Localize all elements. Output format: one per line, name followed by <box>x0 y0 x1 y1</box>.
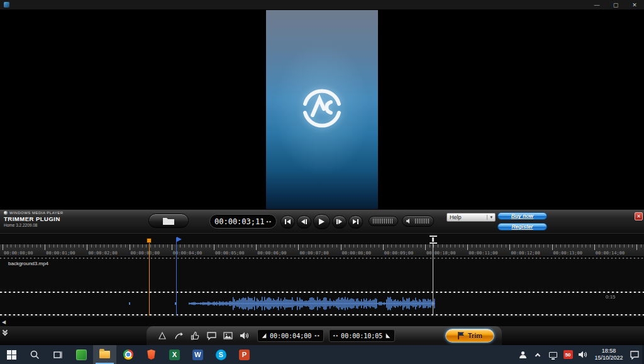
ruler-label: 00:00:06;00 <box>257 251 286 256</box>
trim-end-handle[interactable] <box>429 236 437 244</box>
ruler-label: 00:00:08;00 <box>342 251 371 256</box>
tray-volume-button[interactable] <box>575 345 591 364</box>
next-button[interactable] <box>348 215 363 229</box>
start-decrease[interactable]: ◂ <box>314 333 316 338</box>
file-explorer-icon <box>99 351 110 358</box>
expand-chevrons-icon[interactable] <box>3 330 7 335</box>
ruler-label: 00:00:12;00 <box>511 251 540 256</box>
taskbar-browser[interactable] <box>116 345 140 364</box>
like-button[interactable] <box>187 329 203 343</box>
start-button[interactable] <box>0 345 23 364</box>
tray-badge-button[interactable]: 50 <box>560 345 575 364</box>
timecode-decrease[interactable]: ◂ <box>266 219 269 224</box>
volume-ridges-icon <box>415 219 430 224</box>
trim-start-line[interactable] <box>176 237 177 316</box>
trim-end-timebox[interactable]: ◂ ▸ 00:00:10;05 <box>329 329 396 342</box>
taskbar-clock[interactable]: 18:58 15/10/2022 <box>591 348 627 361</box>
plugin-title: TRIMMER PLUGIN <box>4 216 64 222</box>
next-icon <box>353 219 357 224</box>
app-icon <box>4 2 9 8</box>
green-app-icon <box>76 350 87 360</box>
tray-people-button[interactable] <box>515 345 530 364</box>
plugin-version: Home 3.2.2209.08 <box>4 223 64 227</box>
brand-block: WINDOWS MEDIA PLAYER TRIMMER PLUGIN Home… <box>4 211 64 227</box>
scroll-left-arrow[interactable]: ◀ <box>2 319 6 325</box>
video-preview <box>0 10 644 209</box>
triangle-up-icon <box>157 331 167 341</box>
volume-slider[interactable] <box>402 215 434 227</box>
register-button[interactable]: Register <box>497 223 547 230</box>
trim-label: Trim <box>468 332 482 339</box>
start-increase[interactable]: ▸ <box>317 333 319 338</box>
task-view-button[interactable] <box>47 345 70 364</box>
previous-button[interactable] <box>280 215 295 229</box>
plugin-close-button[interactable]: ✕ <box>635 212 643 220</box>
taskbar-powerpoint[interactable]: P <box>233 345 256 364</box>
ruler-label: 00:00:02;00 <box>88 251 117 256</box>
taskbar-app-green[interactable] <box>70 345 93 364</box>
play-button[interactable] <box>313 214 330 229</box>
snapshot-button[interactable] <box>219 329 236 343</box>
timeline-scrollbar[interactable]: ◀ <box>0 316 644 327</box>
trim-end-line[interactable] <box>433 243 433 316</box>
ruler-label: 00:00:10;00 <box>426 251 455 256</box>
monitor-icon <box>549 352 557 358</box>
curve-button[interactable] <box>170 329 187 343</box>
action-center-icon <box>630 350 640 360</box>
minimize-button[interactable]: — <box>587 0 606 10</box>
thumbs-up-icon <box>190 331 200 341</box>
clip-name: background3.mp4 <box>8 261 48 266</box>
buy-now-button[interactable]: Buy now <box>497 212 547 220</box>
action-center-button[interactable] <box>627 345 642 364</box>
end-decrease[interactable]: ◂ <box>333 333 335 338</box>
video-frame <box>266 10 378 209</box>
help-dropdown[interactable]: Help ▾ <box>447 213 496 222</box>
end-marker-icon <box>385 332 391 339</box>
clock-time: 18:58 <box>591 348 627 355</box>
trim-start-timebox[interactable]: 00:00:04;00 ◂ ▸ <box>257 329 324 342</box>
tray-show-hidden-button[interactable] <box>530 345 545 364</box>
step-back-button[interactable] <box>297 215 311 229</box>
open-file-button[interactable] <box>148 213 189 228</box>
playhead-line[interactable] <box>149 242 150 316</box>
browser-icon <box>123 350 133 360</box>
windows-logo-icon <box>7 350 16 360</box>
swoosh-arrow-icon <box>174 331 184 341</box>
audio-button[interactable] <box>236 329 252 343</box>
maximize-button[interactable]: ▢ <box>606 0 625 10</box>
ruler-label: 00:00:05;00 <box>215 251 244 256</box>
clip-duration-label: 0:15 <box>606 294 616 300</box>
playhead-handle[interactable] <box>147 238 152 243</box>
powerpoint-icon: P <box>239 350 250 360</box>
taskbar-file-explorer[interactable] <box>93 345 116 364</box>
chevron-down-icon: ▾ <box>487 215 492 220</box>
end-increase[interactable]: ▸ <box>336 333 338 338</box>
flag-icon <box>457 331 465 340</box>
current-timecode-box: 00:00:03;11 ◂ ▸ <box>209 214 277 229</box>
tray-display-button[interactable] <box>545 345 560 364</box>
audio-waveform <box>0 293 644 314</box>
taskbar-word[interactable]: W <box>186 345 209 364</box>
taskbar-brave[interactable] <box>140 345 163 364</box>
timecode-increase[interactable]: ▸ <box>269 219 272 224</box>
marker-button[interactable] <box>154 329 170 343</box>
excel-icon: X <box>169 350 180 360</box>
trim-button[interactable]: Trim <box>445 329 494 343</box>
taskbar-skype[interactable]: S <box>209 345 233 364</box>
taskbar-search-button[interactable] <box>23 345 47 364</box>
timeline[interactable]: 00:00:00;0000:00:01;0000:00:02;0000:00:0… <box>0 233 644 326</box>
jog-slider[interactable] <box>369 216 398 226</box>
clock-date: 15/10/2022 <box>591 355 627 361</box>
step-forward-button[interactable] <box>332 215 347 229</box>
comment-button[interactable] <box>203 329 219 343</box>
trim-start-flag[interactable] <box>177 237 182 242</box>
speaker-icon <box>239 331 250 341</box>
wmp-icon <box>4 211 8 215</box>
taskbar-excel[interactable]: X <box>163 345 186 364</box>
ruler-label: 00:00:07;00 <box>299 251 328 256</box>
screen: — ▢ ✕ WINDOWS MEDI <box>0 0 644 364</box>
skype-icon: S <box>216 350 226 360</box>
step-forward-icon <box>336 219 338 224</box>
close-button[interactable]: ✕ <box>625 0 644 10</box>
timeline-ruler[interactable]: 00:00:00;0000:00:01;0000:00:02;0000:00:0… <box>0 244 644 257</box>
